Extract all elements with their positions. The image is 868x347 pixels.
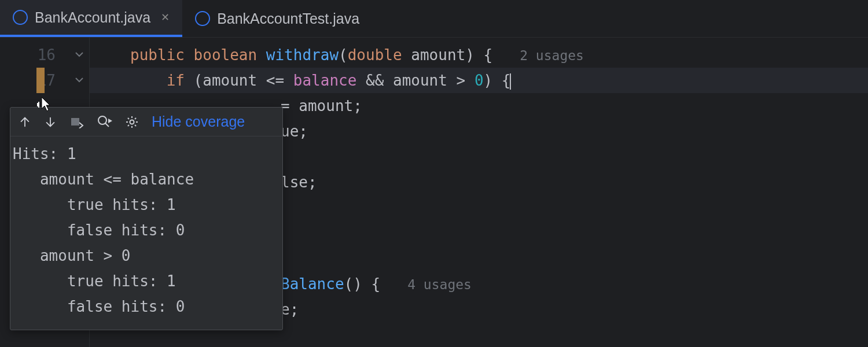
java-class-icon [13,10,28,25]
popup-line: false hits: 0 [13,217,280,243]
coverage-gutter-mark[interactable] [36,68,45,93]
close-icon[interactable]: ✕ [161,11,170,24]
fold-icon[interactable] [73,42,83,68]
hide-coverage-link[interactable]: Hide coverage [152,113,245,130]
mouse-pointer-icon [37,96,52,117]
tab-bar: BankAccount.java ✕ BankAccountTest.java [0,0,868,38]
usages-hint[interactable]: 2 usages [520,48,584,63]
popup-body: Hits: 1 amount <= balance true hits: 1 f… [10,136,282,330]
svg-point-0 [98,116,106,124]
code-line-16: public boolean withdraw(double amount) {… [130,42,868,68]
svg-point-1 [130,120,134,124]
tab-label: BankAccount.java [35,9,150,26]
popup-line: amount > 0 [13,243,280,268]
arrow-up-icon[interactable] [19,116,31,128]
popup-line: true hits: 1 [13,268,280,294]
gear-icon[interactable] [125,115,139,129]
code-line-17: if (amount <= balance && amount > 0) { [130,68,868,93]
usages-hint[interactable]: 4 usages [407,277,472,292]
popup-line: false hits: 0 [13,294,280,319]
popup-line: Hits: 1 [13,141,280,167]
java-class-icon [195,11,210,26]
popup-line: true hits: 1 [13,192,280,217]
coverage-popup: Hide coverage Hits: 1 amount <= balance … [10,107,283,330]
text-cursor [510,73,511,90]
tab-bankaccounttest[interactable]: BankAccountTest.java [182,0,372,37]
fold-icon[interactable] [73,68,83,93]
show-tests-icon[interactable] [97,115,112,129]
gutter-line-16: 16 [0,42,83,68]
gutter-line-17: 17 [0,68,83,93]
tab-label: BankAccountTest.java [217,10,359,27]
tab-bankaccount[interactable]: BankAccount.java ✕ [0,0,182,37]
popup-line: amount <= balance [13,167,280,192]
byte-code-icon[interactable] [69,116,84,128]
